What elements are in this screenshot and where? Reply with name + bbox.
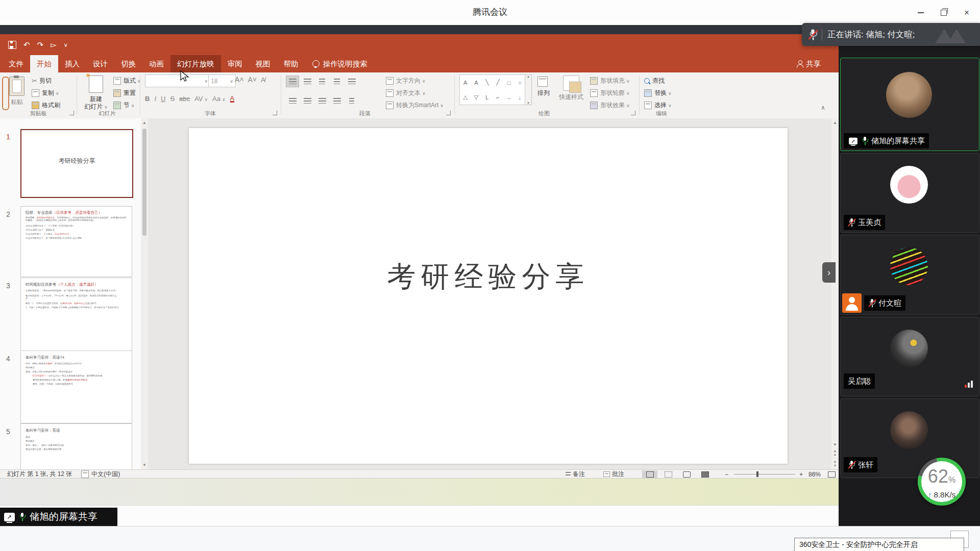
tab-animations[interactable]: 动画 — [142, 55, 170, 72]
slide-thumbnail-5[interactable]: 单科学习安排：英语 阅读 我的建议： 真题：英语一、英语二的真题都可以做 阅读是… — [20, 423, 132, 469]
numbering-button[interactable] — [301, 76, 314, 87]
align-left-button[interactable] — [286, 95, 299, 107]
clear-format-icon[interactable]: A̸ — [261, 76, 265, 84]
strike-button[interactable]: S — [170, 95, 175, 103]
subscript-button[interactable]: abc — [179, 95, 190, 103]
new-slide-button[interactable]: * 新建 幻灯片∨ — [82, 76, 110, 111]
slide-title-text[interactable]: 考研经验分享 — [189, 258, 788, 296]
notes-button[interactable]: 备注 — [566, 470, 585, 479]
scroll-down-icon[interactable]: ▼ — [141, 463, 148, 467]
close-icon[interactable]: × — [959, 7, 974, 18]
zoom-slider[interactable] — [734, 474, 795, 474]
undo-icon[interactable]: ↶ — [23, 40, 30, 49]
text-direction-button[interactable]: 文字方向∨ — [386, 77, 426, 85]
participant-tile-chuxu[interactable]: ➚ 储旭的屏幕共享 — [840, 58, 979, 151]
slideshow-view-button[interactable] — [697, 470, 713, 478]
font-name-combo[interactable]: ∨ — [145, 74, 210, 87]
slide-thumbnail-1[interactable]: 考研经验分享 — [20, 129, 133, 198]
paragraph-dialog-launcher-icon[interactable] — [446, 111, 451, 115]
find-button[interactable]: 查找 — [644, 77, 665, 85]
zoom-level[interactable]: 86% — [808, 471, 821, 478]
scroll-up-icon[interactable]: ▲ — [831, 118, 839, 125]
line-spacing-button[interactable] — [345, 76, 358, 87]
format-painter-button[interactable]: 格式刷 — [32, 101, 60, 110]
align-center-button[interactable] — [301, 95, 314, 107]
tellme-search[interactable]: 操作说明搜索 — [323, 59, 368, 69]
slide-thumbnail-2[interactable]: 院校、专业选择（仅供参考，还是得看自己） 我的策略：好学校的优势专业，竞争相对较… — [20, 206, 132, 277]
font-size-combo[interactable]: 18∨ — [208, 74, 236, 87]
tab-design[interactable]: 设计 — [86, 55, 114, 72]
smartart-button[interactable]: 转换为SmartArt∨ — [386, 101, 444, 110]
tab-file[interactable]: 文件 — [2, 55, 30, 72]
sidebar-collapse-handle[interactable]: › — [822, 262, 836, 283]
font-dialog-launcher-icon[interactable] — [273, 111, 277, 115]
tab-slideshow[interactable]: 幻灯片放映 — [170, 55, 221, 72]
redo-icon[interactable]: ↷ — [37, 40, 44, 49]
zoom-out-icon[interactable]: − — [725, 471, 728, 478]
paste-button[interactable]: 粘贴 — [8, 77, 26, 107]
columns-button[interactable] — [345, 95, 358, 107]
underline-button[interactable]: U — [161, 95, 165, 103]
italic-button[interactable]: I — [154, 95, 156, 103]
decrease-indent-button[interactable] — [315, 76, 329, 87]
font-color-button[interactable]: A — [230, 95, 235, 103]
layout-button[interactable]: 版式∨ — [113, 77, 141, 85]
change-case-button[interactable]: Aa∨ — [212, 95, 226, 103]
previous-slide-icon[interactable]: ▲▲ — [831, 449, 839, 456]
normal-view-button[interactable] — [642, 470, 657, 478]
quick-styles-button[interactable]: 快速样式 — [555, 76, 587, 102]
collapse-ribbon-icon[interactable]: ∧ — [821, 104, 825, 111]
clipboard-dialog-launcher-icon[interactable] — [69, 111, 74, 115]
reset-button[interactable]: 重置 — [113, 89, 136, 97]
save-icon[interactable] — [8, 41, 16, 49]
shape-fill-button[interactable]: 形状填充∨ — [590, 77, 630, 85]
char-spacing-button[interactable]: AV∨ — [194, 95, 208, 103]
tab-review[interactable]: 审阅 — [221, 55, 249, 72]
participant-tile-yumeizhen[interactable]: 玉美贞 — [840, 153, 979, 233]
tab-home[interactable]: 开始 — [30, 55, 58, 72]
customize-qat-icon[interactable]: ∨ — [64, 42, 68, 48]
grow-font-icon[interactable]: A˄ — [235, 76, 244, 84]
shape-effects-button[interactable]: 形状效果∨ — [590, 101, 630, 110]
participant-tile-wuqicong[interactable]: 吴启聪 — [840, 317, 979, 396]
start-slideshow-icon[interactable]: ▻ — [51, 40, 57, 49]
zoom-slider-thumb[interactable] — [756, 471, 758, 477]
tab-help[interactable]: 帮助 — [277, 55, 305, 72]
tab-transitions[interactable]: 切换 — [114, 55, 142, 72]
language-status[interactable]: 中文(中国) — [91, 470, 120, 479]
next-slide-icon[interactable]: ▼▼ — [831, 460, 839, 467]
tab-view[interactable]: 视图 — [249, 55, 277, 72]
replace-button[interactable]: 替换∨ — [644, 89, 672, 97]
zoom-in-icon[interactable]: + — [799, 471, 803, 478]
align-right-button[interactable] — [315, 95, 329, 107]
justify-button[interactable] — [330, 95, 344, 107]
cut-button[interactable]: ✂剪切 — [32, 77, 52, 85]
share-button[interactable]: 共享 — [796, 59, 821, 69]
increase-indent-button[interactable] — [330, 76, 344, 87]
slide-sorter-view-button[interactable] — [660, 470, 676, 478]
scroll-up-icon[interactable]: ▲ — [141, 118, 148, 125]
restore-icon[interactable] — [936, 7, 951, 18]
copy-button[interactable]: 复制∨ — [32, 89, 59, 97]
arrange-button[interactable]: 排列 — [534, 77, 553, 97]
canvas-scrollbar[interactable]: ▲ ▼ ▲▲ ▼▼ — [831, 118, 839, 469]
spellcheck-icon[interactable] — [81, 470, 89, 478]
shapes-gallery-scroll[interactable]: ▲▼ — [525, 74, 532, 105]
comments-button[interactable]: 批注 — [603, 470, 624, 479]
shapes-gallery[interactable]: AA╲╱□○ △▽L⌐→↓ — [459, 74, 526, 105]
minimize-icon[interactable] — [913, 7, 928, 18]
slide-thumbnail-3[interactable]: 时间规划仅供参考（个人观点：越早越好） 总体时间安排：（我开始的时间较早，走了很… — [20, 278, 132, 351]
shrink-font-icon[interactable]: A˅ — [248, 76, 257, 84]
scroll-down-icon[interactable]: ▼ — [831, 442, 839, 447]
align-text-button[interactable]: 对齐文本∨ — [386, 89, 426, 97]
fit-slide-icon[interactable] — [828, 471, 836, 478]
tab-insert[interactable]: 插入 — [58, 55, 86, 72]
section-button[interactable]: 节∨ — [113, 101, 135, 110]
thumbnail-scroll-thumb[interactable] — [142, 129, 146, 236]
bullets-button[interactable] — [286, 76, 299, 87]
bold-button[interactable]: B — [145, 95, 150, 103]
select-button[interactable]: 选择∨ — [644, 101, 672, 110]
participant-tile-fuwenxuan[interactable]: 付文暄 — [840, 235, 979, 315]
net-speed-ball[interactable]: 62% ↑ 8.8K/s — [918, 458, 966, 506]
shape-outline-button[interactable]: 形状轮廓∨ — [590, 89, 630, 97]
